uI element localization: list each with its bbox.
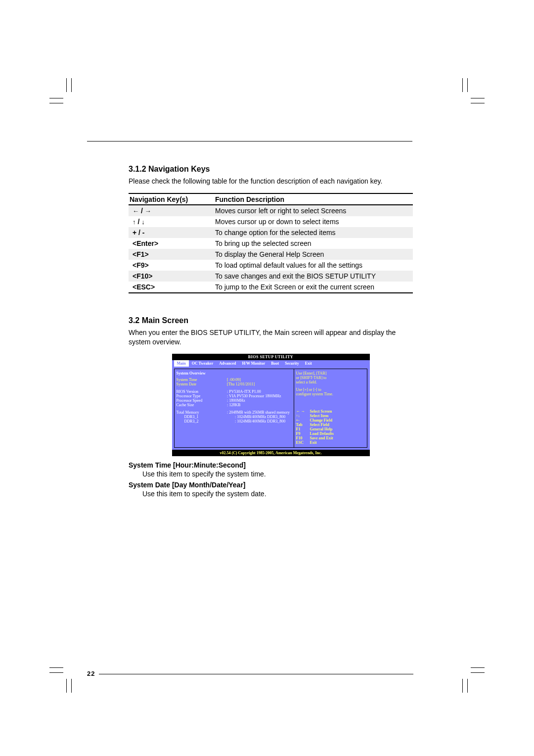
bios-label: Total Memory xyxy=(177,410,227,415)
bios-right-panel: Use [Enter], [TAB] or [SHIFT-TAB] to sel… xyxy=(294,369,368,448)
nav-desc: To change option for the selected items xyxy=(214,227,413,238)
bios-value: : 1024MB/400MHz DDR3_800 xyxy=(235,415,292,419)
nav-desc: Moves cursor left or right to select Scr… xyxy=(214,205,413,216)
bios-value: : 1800MHz xyxy=(227,398,292,403)
nav-key: <F1> xyxy=(129,249,214,260)
navigation-keys-table: Navigation Key(s) Function Description ←… xyxy=(129,193,413,293)
legend-value: Save and Exit xyxy=(310,436,333,440)
bios-hint: Use [+] or [-] to xyxy=(296,387,365,392)
section-title: 3.1.2 Navigation Keys xyxy=(129,165,413,174)
page-number: 22 xyxy=(87,670,99,677)
th-key: Navigation Key(s) xyxy=(129,193,214,205)
bios-label: BIOS Version xyxy=(177,389,227,394)
sys-date-value: [Thu 12/01/2011] xyxy=(227,382,292,386)
sys-date-label: System Date xyxy=(177,382,227,386)
bios-label: DDR3_1 xyxy=(177,415,235,419)
bios-hint: Use [Enter], [TAB] xyxy=(296,371,365,376)
nav-key: ↑ / ↓ xyxy=(129,216,214,227)
nav-desc: To load optimal default values for all t… xyxy=(214,260,413,271)
bios-label: Cache Size xyxy=(177,403,227,407)
bios-title: BIOS SETUP UTILITY xyxy=(172,354,370,360)
th-desc: Function Description xyxy=(214,193,413,205)
bios-value: : 128KB xyxy=(227,403,292,407)
legend-value: Select Field xyxy=(310,423,329,427)
page-footer: 22 xyxy=(87,674,413,674)
legend-key: F9 xyxy=(296,431,310,436)
bios-tab: OC Tweaker xyxy=(189,360,216,367)
bios-tab: Exit xyxy=(302,360,315,367)
bios-copyright: v02.54 (C) Copyright 1985-2005, American… xyxy=(172,450,370,456)
bios-value: : 2048MB with 256MB shared memory xyxy=(227,410,292,415)
overview-heading: System Overview xyxy=(177,371,292,376)
bios-tabs: MainOC TweakerAdvancedH/W MonitorBootSec… xyxy=(172,360,370,367)
bios-panel: System Overview System Time[ :00:09] Sys… xyxy=(172,367,370,450)
legend-value: Select Screen xyxy=(310,409,332,414)
nav-key: + / - xyxy=(129,227,214,238)
definition-body: Use this item to specify the system time… xyxy=(142,470,413,478)
legend-key: +- xyxy=(296,418,310,423)
nav-desc: Moves cursor up or down to select items xyxy=(214,216,413,227)
section-intro: Please check the following table for the… xyxy=(129,177,413,186)
legend-key: ESC xyxy=(296,440,310,445)
legend-value: Exit xyxy=(310,440,317,445)
bios-screenshot: BIOS SETUP UTILITY MainOC TweakerAdvance… xyxy=(172,354,370,456)
section-intro: When you enter the BIOS SETUP UTILITY, t… xyxy=(129,328,413,347)
nav-key: ← / → xyxy=(129,205,214,216)
bios-tab: H/W Monitor xyxy=(239,360,268,367)
bios-value: : VIA PV530 Processor 1800MHz xyxy=(227,394,292,398)
bios-label: Processor Type xyxy=(177,394,227,398)
legend-value: Load Defaults xyxy=(310,431,334,436)
nav-desc: To bring up the selected screen xyxy=(214,238,413,249)
nav-key: <ESC> xyxy=(129,282,214,293)
bios-value: : 1024MB/400MHz DDR3_800 xyxy=(235,419,292,424)
definition-title: System Date [Day Month/Date/Year] xyxy=(129,481,413,489)
legend-key: Tab xyxy=(296,423,310,427)
bios-tab: Advanced xyxy=(216,360,239,367)
nav-key: <Enter> xyxy=(129,238,214,249)
bios-hint: or [SHIFT-TAB] to xyxy=(296,376,365,380)
bios-value: : PV530A-ITX P1.00 xyxy=(227,389,292,394)
nav-key: <F10> xyxy=(129,271,214,282)
legend-key: ↑↓ xyxy=(296,414,310,418)
content-column: 3.1.2 Navigation Keys Please check the f… xyxy=(129,141,413,501)
definition-title: System Time [Hour:Minute:Second] xyxy=(129,461,413,469)
sys-time-label: System Time xyxy=(177,378,227,382)
section-title: 3.2 Main Screen xyxy=(129,316,413,325)
nav-key: <F9> xyxy=(129,260,214,271)
bios-label: Processor Speed xyxy=(177,398,227,403)
legend-key: ← → xyxy=(296,409,310,414)
legend-key: F1 xyxy=(296,427,310,431)
bios-hint: select a field. xyxy=(296,380,365,384)
bios-tab: Security xyxy=(282,360,302,367)
legend-value: Change Field xyxy=(310,418,333,423)
manual-page: 3.1.2 Navigation Keys Please check the f… xyxy=(0,0,534,756)
header-rule xyxy=(87,141,412,142)
bios-tab: Boot xyxy=(268,360,282,367)
nav-desc: To save changes and exit the BIOS SETUP … xyxy=(214,271,413,282)
nav-desc: To jump to the Exit Screen or exit the c… xyxy=(214,282,413,293)
legend-value: Select Item xyxy=(310,414,329,418)
legend-key: F10 xyxy=(296,436,310,440)
sys-time-value: [ :00:09] xyxy=(227,378,292,382)
definition-body: Use this item to specify the system date… xyxy=(142,490,413,498)
nav-desc: To display the General Help Screen xyxy=(214,249,413,260)
bios-label: DDR3_2 xyxy=(177,419,235,424)
legend-value: General Help xyxy=(310,427,333,431)
bios-left-panel: System Overview System Time[ :00:09] Sys… xyxy=(174,369,294,448)
bios-legend: ← →Select Screen↑↓Select Item+-Change Fi… xyxy=(296,409,365,445)
bios-tab: Main xyxy=(174,360,189,367)
bios-hint: configure system Time. xyxy=(296,392,365,396)
